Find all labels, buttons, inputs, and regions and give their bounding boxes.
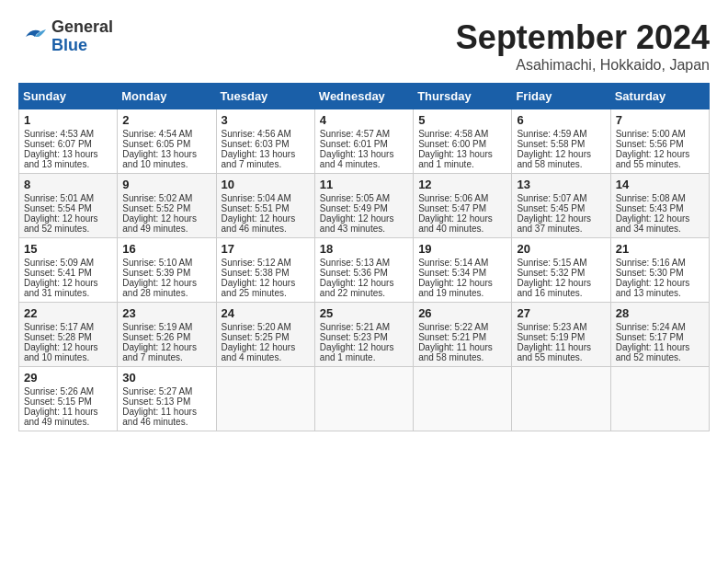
day-info: Sunrise: 5:13 AM [320, 258, 408, 268]
day-info: Daylight: 13 hours [418, 149, 506, 159]
day-info: Sunset: 5:30 PM [616, 268, 704, 278]
day-number: 19 [418, 242, 506, 256]
day-number: 14 [616, 178, 704, 191]
day-info: Daylight: 13 hours [320, 149, 408, 159]
day-info: Sunset: 5:39 PM [122, 268, 210, 278]
day-info: Sunrise: 5:00 AM [616, 129, 704, 139]
title-area: September 2024 Asahimachi, Hokkaido, Jap… [456, 18, 710, 74]
day-info: Sunrise: 5:16 AM [616, 258, 704, 268]
day-info: and 40 minutes. [418, 224, 506, 234]
day-info: Sunset: 5:47 PM [418, 203, 506, 213]
day-info: Sunset: 5:28 PM [24, 332, 112, 342]
logo-bird-icon [18, 24, 48, 50]
calendar-cell: 22Sunrise: 5:17 AMSunset: 5:28 PMDayligh… [19, 303, 118, 367]
day-info: Daylight: 12 hours [517, 278, 605, 288]
day-info: Daylight: 11 hours [24, 407, 112, 417]
calendar-cell [216, 367, 314, 431]
day-info: Daylight: 13 hours [122, 149, 210, 159]
day-number: 9 [122, 178, 210, 191]
calendar-cell: 5Sunrise: 4:58 AMSunset: 6:00 PMDaylight… [414, 109, 512, 174]
day-info: Sunrise: 5:24 AM [616, 322, 704, 332]
day-info: Daylight: 12 hours [222, 213, 310, 224]
day-info: and 1 minute. [418, 159, 506, 169]
day-info: Daylight: 12 hours [320, 342, 408, 352]
day-number: 16 [122, 242, 210, 256]
day-number: 21 [616, 242, 704, 256]
day-info: Daylight: 12 hours [24, 342, 112, 352]
calendar-cell: 29Sunrise: 5:26 AMSunset: 5:15 PMDayligh… [19, 367, 118, 431]
day-info: Daylight: 12 hours [122, 213, 210, 224]
day-info: Sunrise: 5:20 AM [222, 322, 310, 332]
day-info: Daylight: 12 hours [222, 342, 310, 352]
col-friday: Friday [512, 84, 610, 109]
day-info: Sunrise: 5:22 AM [418, 322, 506, 332]
day-number: 17 [222, 242, 310, 256]
day-info: Sunrise: 5:09 AM [24, 258, 112, 268]
day-info: and 4 minutes. [320, 159, 408, 169]
calendar-cell: 4Sunrise: 4:57 AMSunset: 6:01 PMDaylight… [314, 109, 413, 174]
day-info: Sunrise: 5:04 AM [222, 193, 310, 203]
calendar-cell: 11Sunrise: 5:05 AMSunset: 5:49 PMDayligh… [314, 174, 413, 238]
col-saturday: Saturday [610, 84, 709, 109]
day-info: Sunrise: 5:12 AM [222, 258, 310, 268]
day-info: Sunset: 5:36 PM [320, 268, 408, 278]
calendar-cell: 24Sunrise: 5:20 AMSunset: 5:25 PMDayligh… [216, 303, 314, 367]
day-info: Daylight: 11 hours [517, 342, 605, 352]
day-info: Sunset: 6:00 PM [418, 139, 506, 149]
day-info: Sunset: 5:32 PM [517, 268, 605, 278]
logo: General Blue [18, 18, 113, 55]
day-info: and 22 minutes. [320, 288, 408, 298]
day-info: Sunset: 5:34 PM [418, 268, 506, 278]
day-info: Sunset: 5:51 PM [222, 203, 310, 213]
day-info: Sunrise: 5:17 AM [24, 322, 112, 332]
calendar-cell: 20Sunrise: 5:15 AMSunset: 5:32 PMDayligh… [512, 238, 610, 303]
calendar-cell: 18Sunrise: 5:13 AMSunset: 5:36 PMDayligh… [314, 238, 413, 303]
day-info: Daylight: 12 hours [122, 278, 210, 288]
day-info: Sunrise: 5:14 AM [418, 258, 506, 268]
day-info: Daylight: 12 hours [616, 149, 704, 159]
calendar-cell: 9Sunrise: 5:02 AMSunset: 5:52 PMDaylight… [118, 174, 216, 238]
day-number: 4 [320, 113, 408, 127]
day-info: Sunset: 5:23 PM [320, 332, 408, 342]
calendar-cell: 1Sunrise: 4:53 AMSunset: 6:07 PMDaylight… [19, 109, 118, 174]
day-info: Daylight: 13 hours [222, 149, 310, 159]
day-info: Sunrise: 5:21 AM [320, 322, 408, 332]
day-number: 26 [418, 306, 506, 320]
calendar-cell: 23Sunrise: 5:19 AMSunset: 5:26 PMDayligh… [118, 303, 216, 367]
calendar-cell [610, 367, 709, 431]
calendar-cell: 10Sunrise: 5:04 AMSunset: 5:51 PMDayligh… [216, 174, 314, 238]
day-info: and 7 minutes. [222, 159, 310, 169]
day-info: Sunset: 5:38 PM [222, 268, 310, 278]
day-info: Sunset: 5:45 PM [517, 203, 605, 213]
day-info: Sunrise: 4:54 AM [122, 129, 210, 139]
col-sunday: Sunday [19, 84, 118, 109]
calendar-cell: 3Sunrise: 4:56 AMSunset: 6:03 PMDaylight… [216, 109, 314, 174]
day-info: Daylight: 11 hours [122, 407, 210, 417]
day-info: Daylight: 11 hours [616, 342, 704, 352]
day-info: Sunrise: 4:58 AM [418, 129, 506, 139]
day-info: Sunrise: 5:19 AM [122, 322, 210, 332]
day-info: Sunrise: 5:10 AM [122, 258, 210, 268]
day-info: Sunrise: 4:57 AM [320, 129, 408, 139]
day-info: Daylight: 12 hours [222, 278, 310, 288]
day-info: Sunrise: 4:56 AM [222, 129, 310, 139]
day-info: and 58 minutes. [418, 352, 506, 362]
day-info: Sunset: 5:43 PM [616, 203, 704, 213]
day-number: 12 [418, 178, 506, 191]
col-wednesday: Wednesday [314, 84, 413, 109]
day-info: and 49 minutes. [24, 417, 112, 427]
calendar-cell: 30Sunrise: 5:27 AMSunset: 5:13 PMDayligh… [118, 367, 216, 431]
calendar-cell: 21Sunrise: 5:16 AMSunset: 5:30 PMDayligh… [610, 238, 709, 303]
calendar-cell: 2Sunrise: 4:54 AMSunset: 6:05 PMDaylight… [118, 109, 216, 174]
day-info: and 31 minutes. [24, 288, 112, 298]
day-info: and 55 minutes. [616, 159, 704, 169]
calendar-cell: 7Sunrise: 5:00 AMSunset: 5:56 PMDaylight… [610, 109, 709, 174]
day-info: Sunset: 5:13 PM [122, 396, 210, 407]
day-number: 7 [616, 113, 704, 127]
day-info: Sunset: 5:25 PM [222, 332, 310, 342]
col-thursday: Thursday [414, 84, 512, 109]
day-number: 30 [122, 371, 210, 385]
day-info: and 16 minutes. [517, 288, 605, 298]
day-info: Sunrise: 5:26 AM [24, 386, 112, 396]
day-number: 11 [320, 178, 408, 191]
